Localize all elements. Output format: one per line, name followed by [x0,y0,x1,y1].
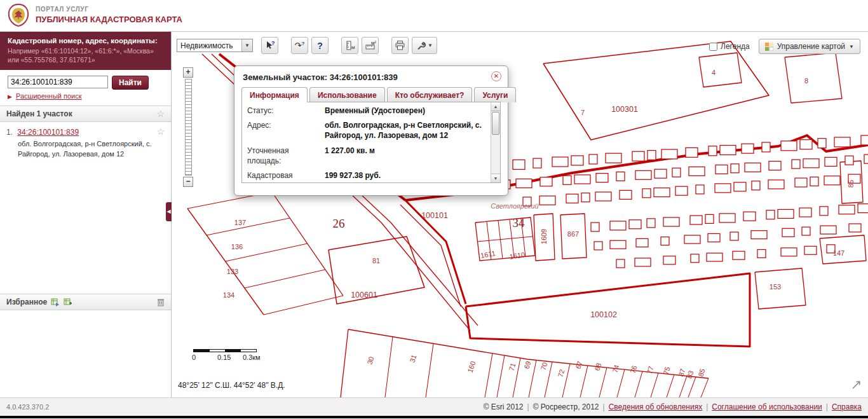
zoom-slider[interactable] [185,79,192,175]
result-address: обл. Волгоградская, р-н Светлоярский, с.… [18,139,167,159]
esri-copyright: © Esri 2012 [484,402,524,411]
svg-text:?: ? [271,40,275,46]
field-row: Кадастровая стоимость: 199 927.38 руб. [242,167,500,183]
print-button[interactable] [391,37,409,54]
field-label: Статус: [247,106,325,116]
question-mark-icon: ? [317,41,323,51]
results-header-label: Найден 1 участок [6,109,72,118]
search-hint-panel: Кадастровый номер, адрес, координаты: На… [0,32,171,70]
legend-checkbox[interactable] [709,43,717,51]
results-header: Найден 1 участок ☆ [0,106,171,122]
page-title: ПУБЛИЧНАЯ КАДАСТРОВАЯ КАРТА [36,15,182,24]
favorites-header-label: Избранное [6,298,47,306]
tab-services[interactable]: Услуги [474,87,516,102]
legend-label: Легенда [721,42,750,51]
main: Кадастровый номер, адрес, координаты: На… [0,32,868,397]
save-favorites-icon[interactable] [64,298,72,306]
close-icon[interactable]: ✕ [491,71,501,81]
favorites-section: Избранное [0,294,171,310]
terms-link[interactable]: Соглашение об использовании [712,402,822,411]
map-toolbar: Недвижимость ▼ ? ↷? ? [177,37,437,54]
version-label: 4.0.423.370.2 [6,403,49,411]
popup-tabs: Информация Использование Кто обслуживает… [234,87,508,102]
wrench-icon [416,41,426,51]
printer-icon [395,40,405,51]
map-right-controls: Легенда Управление картой ▼ [709,39,860,54]
cursor-coordinates: 48°25' 12" С.Ш. 44°52' 48" В.Д. [178,381,285,390]
rosreestr-copyright: © Росреестр, 2012 [533,402,599,411]
result-cadastral-link[interactable]: 34:26:100101:839 [17,128,79,137]
scalebar: 0 0.15 0.3км [193,349,257,362]
field-row: Статус: Временный (Удостоверен) [242,102,500,117]
zoom-out-button[interactable]: − [183,177,193,187]
clear-favorites-trash-icon[interactable] [157,298,165,306]
field-label: Адрес: [247,120,325,141]
map-control-button[interactable]: Управление картой ▼ [759,39,860,54]
ruler-vertical-icon: м [344,40,356,51]
search-hint-example: Например «61:6:10104:12», «61:6:*», «Мос… [8,46,163,64]
field-label: Кадастровая стоимость: [247,170,325,183]
scale-mid: 0.15 [217,354,231,361]
pan-arrow-icon[interactable] [851,380,862,390]
map-control-label: Управление картой [777,42,845,51]
help-tool-button[interactable]: ? [311,37,329,54]
zoom-in-button[interactable]: + [183,67,193,78]
scroll-thumb[interactable] [492,112,499,135]
svg-text:м: м [351,45,355,50]
field-value: 199 927.38 руб. [325,170,486,183]
export-favorites-icon[interactable] [51,298,60,306]
sidebar-collapse-button[interactable]: ◀ [166,202,172,221]
cursor-question-icon: ? [264,40,276,51]
map-panel: 1371361331342681100601100101Светлоярский… [172,32,868,397]
find-button[interactable]: Найти [112,76,149,90]
layer-select[interactable]: Недвижимость ▼ [177,39,253,52]
legend-toggle: Легенда [709,42,750,51]
field-row: Адрес: обл. Волгоградская, р-н Светлоярс… [242,117,500,142]
scale-end: 0.3км [243,354,261,361]
scroll-up-icon[interactable]: ▲ [491,102,500,111]
header: ПОРТАЛ УСЛУГ ПУБЛИЧНАЯ КАДАСТРОВАЯ КАРТА [0,0,868,32]
layer-select-value: Недвижимость [177,41,241,50]
chevron-down-icon: ▼ [241,39,252,52]
popup-scrollbar[interactable]: ▲ ▼ [491,102,500,182]
measure-area-button[interactable]: м² [362,37,379,54]
popup-title: Земельный участок: 34:26:100101:839 [234,66,508,86]
field-value: Временный (Удостоверен) [325,106,486,116]
measure-distance-button[interactable]: м [341,37,358,54]
app: ПОРТАЛ УСЛУГ ПУБЛИЧНАЯ КАДАСТРОВАЯ КАРТА… [0,0,868,419]
curved-arrow-question-icon: ↷? [295,41,305,50]
select-object-tool-button[interactable]: ? [261,37,278,54]
footer: 4.0.423.370.2 © Esri 2012 | © Росреестр,… [0,397,868,416]
search-input[interactable] [8,76,108,88]
advanced-search-arrow-icon: ▶ [8,93,12,100]
tab-information[interactable]: Информация [241,87,308,102]
tab-usage[interactable]: Использование [309,87,385,102]
star-icon[interactable]: ☆ [156,109,165,119]
updates-link[interactable]: Сведения об обновлениях [609,402,703,411]
help-link[interactable]: Справка [832,402,862,411]
identify-history-tool-button[interactable]: ↷? [291,37,308,54]
scroll-down-icon[interactable]: ▼ [491,174,500,182]
popup-content: Статус: Временный (Удостоверен) Адрес: о… [241,102,501,183]
result-index: 1. [6,128,13,137]
layers-grid-icon [765,43,773,51]
rosreestr-logo [6,3,31,27]
portal-label: ПОРТАЛ УСЛУГ [36,6,88,13]
tools-menu-button[interactable]: ▼ [412,37,437,54]
svg-text:м²: м² [371,40,376,46]
zoom-control: + − [183,67,193,187]
tab-who-serves[interactable]: Кто обслуживает? [387,87,473,102]
list-item: 1. 34:26:100101:839 ☆ обл. Волгоградская… [0,122,171,163]
advanced-search-link[interactable]: Расширенный поиск [16,92,82,100]
field-value: обл. Волгоградская, р-н Светлоярский, с.… [325,120,486,141]
parcel-info-popup: Земельный участок: 34:26:100101:839 ✕ Ин… [234,65,508,196]
field-label: Уточненная площадь: [247,146,325,166]
sidebar: Кадастровый номер, адрес, координаты: На… [0,32,172,397]
scale-zero: 0 [192,354,196,361]
ruler-area-icon: м² [365,40,376,51]
star-icon[interactable]: ☆ [156,127,165,137]
chevron-down-icon: ▼ [428,43,433,48]
chevron-down-icon: ▼ [849,44,854,50]
field-row: Уточненная площадь: 1 227.00 кв. м [242,142,500,167]
bottom-bar [0,416,868,418]
